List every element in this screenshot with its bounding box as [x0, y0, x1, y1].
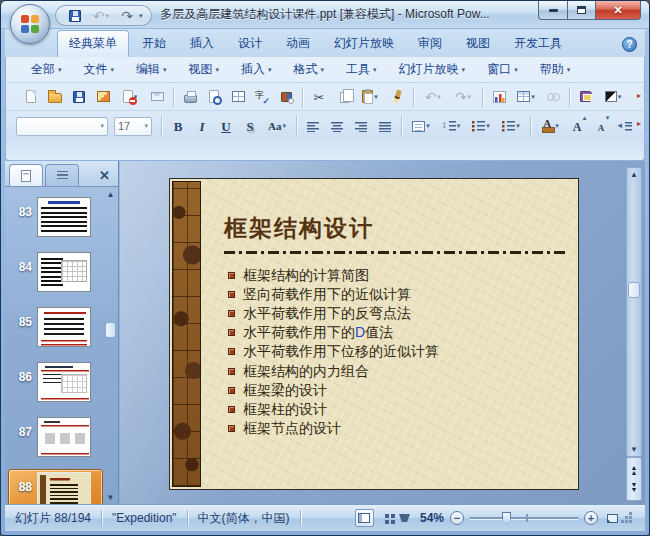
- save-as-picture-button[interactable]: [92, 86, 114, 107]
- slide-thumbnail-image[interactable]: [37, 472, 91, 506]
- font-color-button[interactable]: ▾: [536, 116, 564, 137]
- print-button[interactable]: [179, 86, 201, 107]
- decrease-indent-button[interactable]: [614, 116, 636, 137]
- language-indicator[interactable]: 中文(简体，中国): [188, 510, 300, 527]
- open-button[interactable]: [44, 86, 66, 107]
- slide-thumbnail-image[interactable]: [37, 307, 91, 347]
- bullet-item[interactable]: 框架梁的设计: [228, 381, 568, 400]
- chevron-down-icon[interactable]: ▾: [516, 122, 520, 130]
- scroll-down-icon[interactable]: ▼: [627, 445, 641, 454]
- align-center-button[interactable]: [326, 116, 348, 137]
- menu-all[interactable]: 全部▾: [28, 59, 65, 80]
- email-button[interactable]: [146, 86, 168, 107]
- new-button[interactable]: [20, 86, 42, 107]
- toolbar-overflow-icon[interactable]: ▸: [637, 91, 641, 100]
- chevron-down-icon[interactable]: ▾: [106, 12, 110, 20]
- change-case-button[interactable]: Aa▾: [263, 116, 291, 137]
- slide-thumbnail-85[interactable]: 85: [8, 304, 103, 350]
- chevron-down-icon[interactable]: ▾: [486, 122, 490, 130]
- research-button[interactable]: [275, 86, 297, 107]
- insert-table-button[interactable]: ▾: [512, 86, 540, 107]
- slide-thumbnail-image[interactable]: [37, 417, 91, 457]
- theme-name[interactable]: "Expedition": [102, 511, 187, 525]
- chevron-down-icon[interactable]: ▾: [374, 93, 378, 101]
- borders-button[interactable]: [227, 86, 249, 107]
- close-button[interactable]: ✕: [596, 1, 641, 20]
- shadow-button[interactable]: S: [239, 116, 261, 137]
- menu-insert[interactable]: 插入▾: [238, 59, 275, 80]
- slide-thumbnail-image[interactable]: [37, 362, 91, 402]
- vertical-scrollbar[interactable]: ▲ ▼: [626, 167, 642, 457]
- chevron-down-icon[interactable]: ▾: [144, 122, 148, 130]
- ribbon-tab-review[interactable]: 审阅: [407, 31, 453, 57]
- scrollbar-thumb[interactable]: [628, 282, 640, 298]
- ribbon-tab-developer[interactable]: 开发工具: [503, 31, 573, 57]
- scroll-up-icon[interactable]: ▲: [627, 170, 641, 179]
- spelling-button[interactable]: [251, 86, 273, 107]
- font-name-combo[interactable]: ▾: [16, 117, 108, 136]
- resize-grip[interactable]: [629, 512, 641, 524]
- ribbon-tab-design[interactable]: 设计: [227, 31, 273, 57]
- bold-button[interactable]: B: [167, 116, 189, 137]
- menu-slide-show[interactable]: 幻灯片放映▾: [396, 59, 469, 80]
- slide-thumbnail-87[interactable]: 87: [8, 414, 103, 460]
- zoom-slider[interactable]: [470, 511, 578, 525]
- ribbon-tab-slide-show[interactable]: 幻灯片放映: [323, 31, 405, 57]
- thumbnails-scrollbar[interactable]: ▲ ▼: [104, 190, 117, 502]
- close-pane-button[interactable]: ✕: [95, 169, 114, 182]
- slide-sorter-button[interactable]: [375, 509, 394, 527]
- chevron-down-icon[interactable]: ▾: [100, 122, 104, 130]
- line-spacing-button[interactable]: ▾: [437, 116, 465, 137]
- increase-font-button[interactable]: [566, 116, 588, 137]
- bullet-item[interactable]: 框架结构的内力组合: [228, 362, 568, 381]
- normal-view-button[interactable]: [355, 509, 374, 527]
- slide-thumbnail-86[interactable]: 86: [8, 359, 103, 405]
- chevron-down-icon[interactable]: ▾: [468, 93, 472, 101]
- chevron-down-icon[interactable]: ▾: [531, 93, 535, 101]
- text-placeholder-button[interactable]: ▾: [407, 116, 435, 137]
- scroll-down-icon[interactable]: ▼: [104, 493, 117, 502]
- tab-slides[interactable]: [9, 164, 43, 186]
- ribbon-tab-insert[interactable]: 插入: [179, 31, 225, 57]
- font-size-combo[interactable]: 17▾: [114, 117, 152, 136]
- menu-view[interactable]: 视图▾: [186, 59, 223, 80]
- paste-button[interactable]: ▾: [356, 86, 384, 107]
- numbering-button[interactable]: ▾: [467, 116, 495, 137]
- redo-button[interactable]: [118, 8, 136, 24]
- ribbon-tab-classic-menu[interactable]: 经典菜单: [57, 30, 129, 57]
- chart-button[interactable]: [488, 86, 510, 107]
- align-left-button[interactable]: [302, 116, 324, 137]
- decrease-font-button[interactable]: [590, 116, 612, 137]
- menu-edit[interactable]: 编辑▾: [133, 59, 170, 80]
- toolbar-overflow-icon[interactable]: ▸: [637, 119, 641, 128]
- underline-button[interactable]: U: [215, 116, 237, 137]
- scroll-up-icon[interactable]: ▲: [104, 190, 117, 199]
- bullet-list[interactable]: 框架结构的计算简图竖向荷载作用下的近似计算水平荷载作用下的反弯点法水平荷载作用下…: [228, 266, 568, 439]
- chevron-down-icon[interactable]: ▾: [282, 122, 286, 130]
- ribbon-tab-home[interactable]: 开始: [131, 31, 177, 57]
- fit-to-window-button[interactable]: [604, 510, 621, 526]
- help-button[interactable]: ?: [622, 37, 637, 52]
- bullet-item[interactable]: 框架结构的计算简图: [228, 266, 568, 285]
- next-slide-button[interactable]: ▼▼: [631, 483, 638, 492]
- zoom-in-button[interactable]: +: [584, 511, 598, 525]
- chevron-down-icon[interactable]: ▾: [426, 122, 430, 130]
- cut-button[interactable]: [308, 86, 330, 107]
- slide-thumbnail-88[interactable]: 88: [8, 469, 103, 506]
- permission-button[interactable]: ▾: [116, 86, 144, 107]
- previous-slide-button[interactable]: ▲▲: [631, 466, 638, 475]
- menu-format[interactable]: 格式▾: [291, 59, 328, 80]
- bullet-item[interactable]: 框架节点的设计: [228, 419, 568, 438]
- bullet-item[interactable]: 水平荷载作用下的D值法: [228, 323, 568, 342]
- photo-album-button[interactable]: [575, 86, 597, 107]
- chevron-down-icon[interactable]: ▾: [457, 122, 461, 130]
- office-button[interactable]: [10, 4, 50, 44]
- zoom-level[interactable]: 54%: [420, 511, 444, 525]
- slide-thumbnail-image[interactable]: [37, 252, 91, 292]
- menu-file[interactable]: 文件▾: [81, 59, 118, 80]
- print-preview-button[interactable]: [203, 86, 225, 107]
- chevron-down-icon[interactable]: ▾: [618, 93, 622, 101]
- slide-canvas[interactable]: 框架结构设计 框架结构的计算简图竖向荷载作用下的近似计算水平荷载作用下的反弯点法…: [169, 178, 579, 490]
- italic-button[interactable]: I: [191, 116, 213, 137]
- slide-thumbnail-image[interactable]: [37, 197, 91, 237]
